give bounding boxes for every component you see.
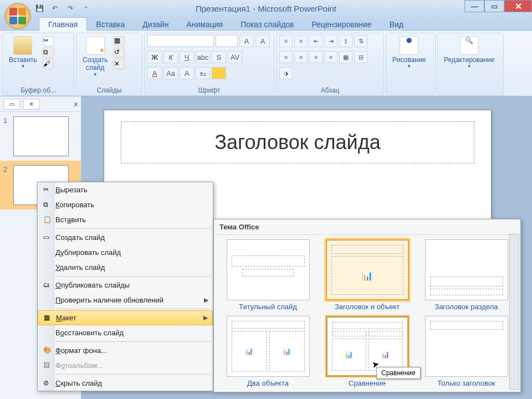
- redo-icon[interactable]: ↷: [65, 3, 75, 13]
- quick-access-toolbar: 💾 ↶ ↷ ⁼: [34, 3, 91, 13]
- qat-more-icon[interactable]: ⁼: [81, 3, 91, 13]
- ctx-layout[interactable]: ▦ Макет ▶: [38, 310, 213, 325]
- clear-format-button[interactable]: A: [180, 67, 194, 79]
- format-painter-icon[interactable]: 🖌: [43, 59, 54, 69]
- delete-icon[interactable]: ✕: [114, 59, 125, 69]
- tab-review[interactable]: Рецензирование: [303, 18, 381, 31]
- tab-design[interactable]: Дизайн: [134, 18, 177, 31]
- subscript-button[interactable]: x₂: [196, 67, 210, 79]
- new-slide-button[interactable]: ✶ Создать слайд ▼: [79, 35, 111, 78]
- reset-icon[interactable]: ↺: [114, 48, 125, 58]
- hide-icon: ⊘: [43, 379, 52, 388]
- ctx-format-background[interactable]: 🎨 Формат фона...: [38, 343, 213, 358]
- layout-tooltip: Сравнение: [376, 367, 421, 379]
- text-direction-button[interactable]: ⇅: [354, 35, 367, 47]
- layout-label: Заголовок раздела: [421, 303, 511, 311]
- dedent-button[interactable]: ⇤: [309, 35, 323, 47]
- save-icon[interactable]: 💾: [34, 3, 44, 13]
- line-spacing-button[interactable]: ‡: [339, 35, 352, 47]
- shrink-font-button[interactable]: A: [255, 35, 270, 47]
- font-family-combo[interactable]: [147, 35, 214, 47]
- ctx-duplicate-slide[interactable]: Дублировать слайд: [38, 245, 213, 260]
- ctx-publish-slides[interactable]: 🗂 Опубликовать слайды: [38, 278, 213, 293]
- submenu-arrow-icon: ▶: [203, 314, 208, 321]
- font-size-combo[interactable]: [216, 35, 238, 47]
- layout-label: Сравнение: [322, 379, 412, 388]
- layout-title-and-content[interactable]: 📊 Заголовок и объект: [322, 239, 412, 311]
- panel-close-icon[interactable]: x: [74, 100, 78, 108]
- layout-title-slide[interactable]: Титульный слайд: [223, 239, 313, 311]
- layout-label: Титульный слайд: [223, 303, 313, 311]
- tab-slideshow[interactable]: Показ слайдов: [232, 18, 303, 31]
- ribbon-tabs: Главная Вставка Дизайн Анимация Показ сл…: [0, 17, 532, 31]
- ctx-reset-slide[interactable]: Восстановить слайд: [38, 325, 213, 340]
- ctx-copy[interactable]: ⧉ Копировать: [38, 197, 213, 212]
- align-right-button[interactable]: ≡: [309, 51, 323, 63]
- justify-button[interactable]: ≡: [324, 51, 337, 63]
- align-text-button[interactable]: ⊟: [354, 51, 367, 63]
- group-slides-label: Слайды: [79, 85, 139, 95]
- copy-icon[interactable]: ⧉: [43, 48, 54, 58]
- align-left-button[interactable]: ≡: [279, 51, 293, 63]
- gallery-scrollbar[interactable]: [509, 234, 519, 390]
- tab-animation[interactable]: Анимация: [177, 18, 232, 31]
- undo-icon[interactable]: ↶: [50, 3, 60, 13]
- maximize-button[interactable]: ▭: [484, 0, 504, 12]
- shapes-icon: ⬢: [400, 36, 418, 55]
- columns-button[interactable]: ▦: [339, 51, 352, 63]
- drawing-label: Рисование: [392, 56, 426, 64]
- ctx-check-updates[interactable]: Проверить наличие обновлений ▶: [38, 293, 213, 308]
- slides-tab-icon[interactable]: ▭: [3, 99, 20, 110]
- minimize-button[interactable]: —: [464, 0, 484, 12]
- drawing-button[interactable]: ⬢ Рисование ▼: [389, 35, 429, 70]
- indent-button[interactable]: ⇥: [324, 35, 337, 47]
- underline-button[interactable]: Ч: [180, 51, 194, 63]
- ctx-delete-slide[interactable]: Удалить слайд: [38, 260, 213, 275]
- ctx-new-slide[interactable]: ▭ Создать слайд: [38, 230, 213, 245]
- grow-font-button[interactable]: A: [239, 35, 254, 47]
- ctx-cut[interactable]: ✂ Вырезать: [38, 182, 213, 197]
- align-center-button[interactable]: ≡: [294, 51, 308, 63]
- window-title: Презентация1 - Microsoft PowerPoint: [196, 4, 336, 13]
- paste-button[interactable]: Вставить ▼: [6, 35, 40, 70]
- layout-title-only[interactable]: Только заголовок: [421, 316, 511, 388]
- group-slides: ✶ Создать слайд ▼ ▦ ↺ ✕ Слайды: [76, 33, 142, 96]
- title-placeholder[interactable]: Заголовок слайда: [121, 121, 474, 163]
- ctx-photo-album: 🖼 Фотоальбом...: [38, 358, 213, 373]
- shadow-button[interactable]: S: [212, 51, 226, 63]
- layout-label: Только заголовок: [421, 379, 511, 388]
- cut-icon[interactable]: ✂: [43, 36, 54, 46]
- ctx-paste[interactable]: 📋 Вставить: [38, 212, 213, 227]
- thumb-preview: [13, 116, 69, 156]
- scissors-icon: ✂: [43, 186, 52, 195]
- change-case-button[interactable]: Aa: [163, 67, 178, 79]
- convert-smartart-button[interactable]: ⬗: [279, 67, 293, 79]
- bullets-button[interactable]: ≡: [279, 35, 293, 47]
- outline-tab-icon[interactable]: ≡: [23, 99, 40, 110]
- tab-insert[interactable]: Вставка: [87, 18, 134, 31]
- ctx-hide-slide[interactable]: ⊘ Скрыть слайд: [38, 376, 213, 391]
- layout-icon[interactable]: ▦: [114, 36, 125, 46]
- layout-two-content[interactable]: 📊📊 Два объекта: [223, 316, 313, 388]
- font-color-button[interactable]: A: [147, 67, 162, 79]
- close-button[interactable]: ✕: [504, 0, 532, 12]
- group-editing: 🔍 Редактирование ▼: [437, 33, 504, 96]
- context-menu: ✂ Вырезать ⧉ Копировать 📋 Вставить ▭ Соз…: [37, 182, 213, 391]
- layout-comparison[interactable]: 📊📊 Сравнение ➤ Сравнение: [322, 316, 412, 388]
- format-icon: 🎨: [43, 346, 52, 355]
- highlight-button[interactable]: [212, 67, 226, 79]
- layout-section-header[interactable]: Заголовок раздела: [421, 239, 511, 311]
- tab-view[interactable]: Вид: [381, 18, 412, 31]
- slide-thumb-1[interactable]: 1: [0, 112, 81, 161]
- strike-button[interactable]: abc: [196, 51, 210, 63]
- spacing-button[interactable]: AV: [228, 51, 242, 63]
- numbering-button[interactable]: ≡: [294, 35, 308, 47]
- tab-home[interactable]: Главная: [39, 17, 87, 31]
- window-controls: — ▭ ✕: [464, 0, 532, 12]
- italic-button[interactable]: К: [163, 51, 178, 63]
- editing-button[interactable]: 🔍 Редактирование ▼: [441, 35, 498, 70]
- bold-button[interactable]: Ж: [147, 51, 162, 63]
- office-button[interactable]: [4, 3, 31, 29]
- clipboard-icon: [13, 36, 32, 55]
- layout-icon: ▦: [44, 314, 53, 323]
